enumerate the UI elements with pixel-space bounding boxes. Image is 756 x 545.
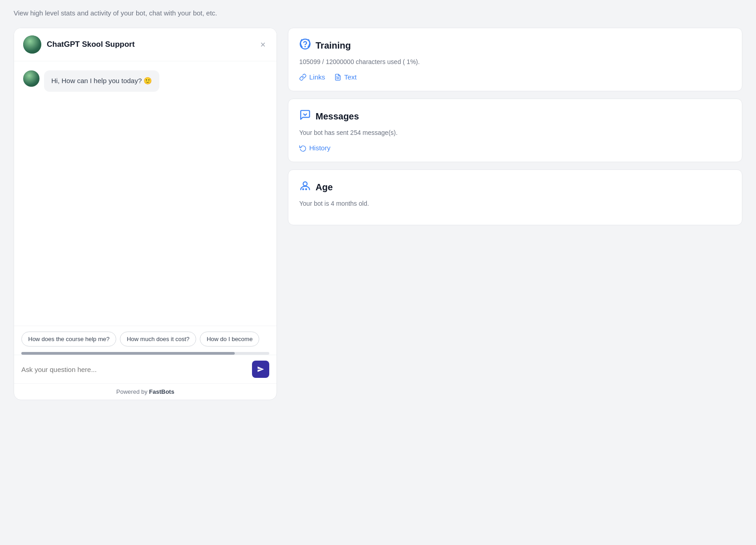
chat-avatar — [23, 35, 41, 54]
bot-greeting-bubble: Hi, How can I help you today? 🙂 — [44, 70, 159, 92]
chat-scroll-thumb — [21, 352, 235, 355]
training-panel-title: Training — [316, 40, 351, 51]
training-panel-desc: 105099 / 12000000 characters used ( 1%). — [299, 57, 731, 67]
main-layout: ChatGPT Skool Support × Hi, How can I he… — [14, 28, 742, 400]
age-panel-desc: Your bot is 4 months old. — [299, 199, 731, 208]
chat-messages: Hi, How can I help you today? 🙂 — [14, 61, 277, 326]
svg-point-6 — [306, 189, 306, 190]
chat-close-button[interactable]: × — [258, 38, 267, 52]
messages-panel-title: Messages — [316, 111, 359, 122]
right-panels: Training 105099 / 12000000 characters us… — [288, 28, 742, 225]
training-links-link[interactable]: Links — [299, 73, 325, 81]
chat-scroll-indicator — [21, 352, 269, 355]
bot-message-row: Hi, How can I help you today? 🙂 — [23, 70, 267, 92]
training-text-link[interactable]: Text — [334, 73, 357, 81]
svg-point-4 — [303, 182, 307, 186]
chat-input[interactable] — [21, 366, 247, 373]
suggestion-button-2[interactable]: How do I become — [200, 332, 259, 347]
training-panel: Training 105099 / 12000000 characters us… — [288, 28, 742, 91]
svg-point-5 — [303, 189, 304, 190]
age-panel: Age Your bot is 4 months old. — [288, 169, 742, 225]
age-panel-title: Age — [316, 182, 333, 193]
suggestion-button-1[interactable]: How much does it cost? — [120, 332, 196, 347]
messages-history-link[interactable]: History — [299, 144, 331, 152]
messages-panel-links: History — [299, 144, 731, 152]
messages-icon — [299, 109, 311, 124]
messages-panel-desc: Your bot has sent 254 message(s). — [299, 128, 731, 138]
chat-suggestions: How does the course help me? How much do… — [14, 326, 277, 352]
age-panel-header: Age — [299, 180, 731, 194]
svg-point-1 — [305, 46, 305, 47]
training-panel-links: Links Text — [299, 73, 731, 81]
training-panel-header: Training — [299, 38, 731, 53]
chat-input-area — [14, 355, 277, 383]
chat-header: ChatGPT Skool Support × — [14, 28, 277, 61]
chat-send-button[interactable] — [252, 361, 269, 378]
messages-panel-header: Messages — [299, 109, 731, 124]
chat-title: ChatGPT Skool Support — [47, 40, 258, 49]
page-subtitle: View high level stats and activity of yo… — [14, 9, 742, 17]
suggestion-button-0[interactable]: How does the course help me? — [21, 332, 116, 347]
messages-panel: Messages Your bot has sent 254 message(s… — [288, 99, 742, 162]
age-icon — [299, 180, 311, 194]
training-icon — [299, 38, 311, 53]
chat-powered-by: Powered by FastBots — [14, 383, 277, 400]
chat-widget: ChatGPT Skool Support × Hi, How can I he… — [14, 28, 277, 400]
bot-avatar — [23, 70, 40, 87]
